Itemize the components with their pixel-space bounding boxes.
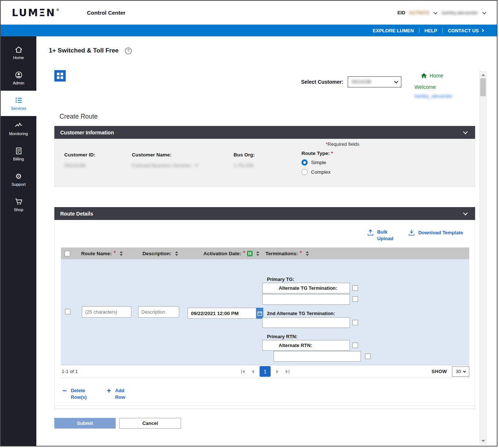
sort-icon[interactable] [175, 251, 178, 256]
activation-date-column-header: Activation Date: * [203, 248, 259, 259]
bulk-upload-button[interactable]: Bulk Upload [367, 229, 396, 242]
primary-tg-field[interactable]: Alternate TG Termination: [262, 283, 350, 293]
scroll-up-button[interactable] [480, 72, 486, 78]
screen: LUMΞN® Control Center EID 11176272 bartl… [0, 0, 498, 447]
sidebar-item-home[interactable]: Home [1, 40, 36, 65]
route-details-header[interactable]: Route Details [54, 207, 475, 220]
select-all-checkbox[interactable] [65, 251, 70, 256]
first-page-icon [240, 369, 246, 374]
chevron-right-icon [481, 29, 484, 32]
account-area: EID 11176272 bartley.alexander [397, 10, 487, 15]
sidebar-item-label: Billing [13, 157, 24, 161]
registered-mark: ® [56, 8, 61, 12]
sidebar-item-label: Home [13, 55, 24, 60]
alternate-rtn-checkbox[interactable] [365, 354, 370, 359]
customer-information-header[interactable]: Customer Information [54, 126, 475, 139]
second-alternate-tg-field[interactable] [262, 317, 350, 328]
page-1-button[interactable]: 1 [260, 366, 271, 377]
primary-rtn-field[interactable]: Alternate RTN: [262, 340, 350, 351]
select-customer-label: Select Customer: [301, 79, 343, 85]
sidebar-item-label: Support [11, 182, 26, 187]
route-type-simple-option[interactable]: Simple [301, 159, 333, 166]
download-icon [408, 229, 415, 236]
route-type-field: Route Type: * Simple Complex [301, 151, 333, 175]
table-header-row: Route Name: * Description: Activation Da… [61, 248, 469, 259]
primary-tg-checkbox[interactable] [352, 285, 358, 291]
second-alternate-tg-label: 2nd Alternate TG Termination: [267, 311, 335, 316]
house-icon-green [421, 73, 427, 79]
add-row-button[interactable]: + Add Row [107, 387, 135, 400]
primary-tg-label: Primary TG: [267, 277, 294, 282]
explore-lumen-link[interactable]: EXPLORE LUMEN [368, 28, 419, 33]
radio-simple[interactable] [301, 159, 308, 166]
delete-rows-button[interactable]: − Delete Row(s) [62, 387, 91, 400]
required-fields-note: *Required fields [326, 141, 359, 147]
home-link[interactable]: Home [421, 73, 452, 79]
scroll-down-button[interactable] [480, 438, 486, 444]
toolbar: Select Customer: 09224198 Home Welcome b… [54, 67, 475, 111]
sidebar-item-monitoring[interactable]: Monitoring [1, 116, 36, 141]
sidebar-item-services[interactable]: Services [1, 91, 36, 116]
route-name-input[interactable] [82, 306, 131, 318]
welcome-label: Welcome [415, 84, 452, 90]
description-column-header: Description: [142, 248, 178, 259]
row-checkbox[interactable] [65, 309, 70, 314]
customer-id-label: Customer ID: [64, 152, 95, 158]
app-title: Control Center [87, 10, 126, 16]
shop-icon [15, 198, 23, 206]
minus-icon: − [62, 387, 67, 394]
welcome-user-link[interactable]: bartley_alexander [415, 93, 452, 99]
sort-icon[interactable] [120, 251, 123, 256]
second-alternate-tg-checkbox[interactable] [352, 320, 358, 325]
next-page-button[interactable] [275, 369, 280, 374]
chevron-down-icon[interactable] [482, 10, 486, 14]
download-template-button[interactable]: Download Template [408, 229, 463, 236]
activation-date-input[interactable] [188, 308, 256, 319]
customer-id-value: 09224198 [64, 163, 95, 168]
account-name: bartley.alexander [442, 10, 478, 15]
first-page-button[interactable] [240, 369, 246, 374]
sidebar-item-billing[interactable]: Billing [1, 141, 36, 167]
lumen-logo: LUMΞN® [12, 7, 61, 18]
route-type-complex-option[interactable]: Complex [301, 169, 333, 175]
eid-value: 11176272 [409, 10, 429, 15]
terminations-column-header: Terminations: * [265, 248, 309, 259]
primary-rtn-checkbox[interactable] [352, 343, 358, 348]
sort-icon[interactable] [306, 251, 309, 256]
select-customer-dropdown[interactable]: 09224198 [348, 76, 401, 87]
sort-icon[interactable] [256, 251, 259, 256]
last-page-button[interactable] [285, 369, 290, 374]
contact-us-link[interactable]: CONTACT US [443, 28, 489, 33]
help-link[interactable]: HELP [419, 28, 442, 33]
page-size-select[interactable]: 30 [452, 366, 469, 377]
radio-complex[interactable] [301, 169, 308, 175]
cancel-button[interactable]: Cancel [119, 418, 181, 429]
scrollbar[interactable] [480, 71, 487, 444]
chevron-down-icon[interactable] [463, 130, 468, 134]
alternate-rtn-field[interactable] [274, 351, 361, 362]
admin-icon [15, 71, 23, 79]
sidebar-item-support[interactable]: ⚙ Support [1, 167, 36, 192]
chevron-down-icon[interactable] [463, 211, 468, 216]
sidebar-item-admin[interactable]: Admin [1, 65, 36, 91]
chevron-down-icon [394, 79, 398, 83]
info-green-icon[interactable] [247, 251, 253, 256]
description-input[interactable] [138, 306, 179, 318]
prev-page-button[interactable] [250, 369, 255, 374]
help-icon[interactable]: ? [125, 47, 132, 54]
chevron-down-icon[interactable] [434, 10, 438, 14]
customer-name-field: Customer Name: Comcast Business Services… [132, 152, 198, 168]
apps-grid-button[interactable] [54, 70, 66, 82]
scroll-thumb[interactable] [480, 78, 486, 96]
sidebar-item-shop[interactable]: Shop [1, 192, 36, 217]
billing-icon [15, 147, 23, 155]
last-page-icon [285, 369, 290, 374]
select-customer-value: 09224198 [351, 79, 371, 84]
show-label: SHOW [431, 369, 447, 374]
alternate-tg-checkbox[interactable] [352, 296, 358, 302]
monitoring-icon [15, 122, 23, 130]
create-route-title: Create Route [59, 113, 497, 122]
alternate-tg-field[interactable] [262, 294, 350, 305]
alternate-rtn-label: Alternate RTN: [263, 343, 312, 348]
submit-button[interactable]: Submit [54, 418, 116, 429]
